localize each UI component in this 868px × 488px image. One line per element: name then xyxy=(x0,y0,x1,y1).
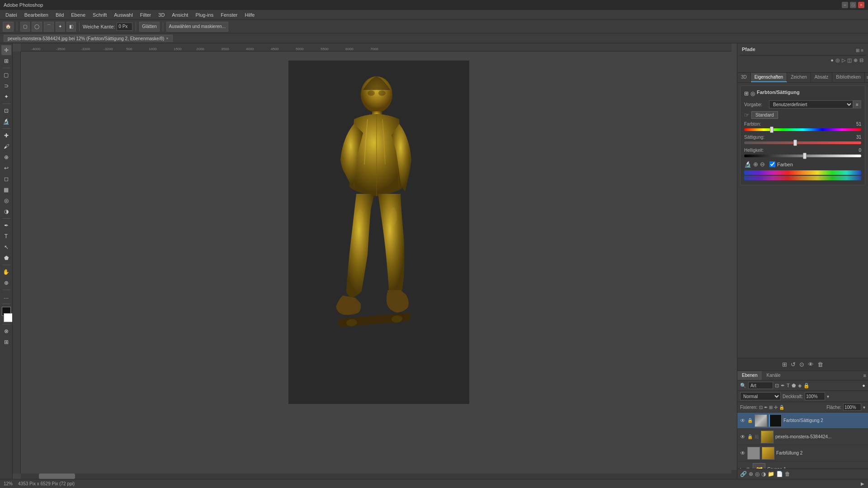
menu-datei[interactable]: Datei xyxy=(2,11,21,19)
rect-select-button[interactable]: ▢ xyxy=(20,22,30,32)
props-bottom-icon4[interactable]: 👁 xyxy=(808,361,814,368)
lock-position-icon[interactable]: ✛ xyxy=(774,405,778,410)
props-bottom-icon1[interactable]: ⊞ xyxy=(782,361,787,368)
opacity-input[interactable] xyxy=(805,392,825,400)
pfade-icon5[interactable]: ⊕ xyxy=(854,57,858,63)
layer-icon-pen[interactable]: ✒ xyxy=(781,383,785,389)
saettigung-thumb[interactable] xyxy=(793,140,797,146)
pfade-icon2[interactable]: ◎ xyxy=(835,57,840,63)
pfade-icon6[interactable]: ⊟ xyxy=(859,57,863,63)
smooth-button[interactable]: Glätten xyxy=(139,22,159,32)
maximize-button[interactable]: □ xyxy=(850,2,856,8)
layer-item[interactable]: 👁 🔒 Farbton/Sättigung 2 xyxy=(737,413,868,429)
menu-hilfe[interactable]: Hilfe xyxy=(241,11,258,19)
layer-filter-toggle[interactable]: ● xyxy=(862,383,865,388)
layer-item[interactable]: 👁 🔒 ⛓ pexels-monstera-5384424... xyxy=(737,429,868,445)
tab-zeichen[interactable]: Zeichen xyxy=(787,73,811,82)
pfade-icon4[interactable]: ◫ xyxy=(847,57,852,63)
pfade-arrange-icon[interactable]: ⊞ xyxy=(856,48,859,53)
healing-tool[interactable]: ✚ xyxy=(1,131,11,141)
lasso-button[interactable]: ⌒ xyxy=(44,22,54,32)
props-options-icon[interactable]: ≡ xyxy=(865,73,868,82)
menu-ansicht[interactable]: Ansicht xyxy=(168,11,192,19)
screen-mode-button[interactable]: ⊞ xyxy=(1,337,11,347)
zoom-tool[interactable]: ⊕ xyxy=(1,278,11,288)
close-button[interactable]: × xyxy=(858,2,864,8)
farben-checkbox[interactable] xyxy=(769,161,775,167)
layer-icon-shape[interactable]: ⬟ xyxy=(792,383,796,389)
blend-mode-select[interactable]: Normal Auflösen Abdunkeln Multiplizieren xyxy=(740,392,781,400)
layer-vis-icon[interactable]: 👁 xyxy=(740,434,745,440)
helligkeit-thumb[interactable] xyxy=(803,153,807,159)
farbton-thumb[interactable] xyxy=(770,127,774,133)
layer-item[interactable]: ▶ 👁 📁 Gruppe 1 xyxy=(737,461,868,469)
opacity-arrow[interactable]: ▾ xyxy=(827,394,829,399)
background-color[interactable] xyxy=(4,313,13,322)
magic-wand-tool[interactable]: ✦ xyxy=(1,92,11,102)
more-tools-button[interactable]: … xyxy=(1,292,11,302)
hand-tool[interactable]: ✋ xyxy=(1,267,11,277)
pfade-icon1[interactable]: ● xyxy=(830,57,834,63)
layer-icon-text[interactable]: T xyxy=(787,383,790,388)
mask-button[interactable]: Auswählen und maskieren... xyxy=(166,22,229,32)
layer-vis-icon[interactable]: 👁 xyxy=(740,450,745,456)
hs-eyedropper-minus-icon[interactable]: ⊖ xyxy=(760,161,765,168)
adjustment-layer-button[interactable]: ◑ xyxy=(761,471,766,477)
scrollbar-horizontal-thumb[interactable] xyxy=(39,474,75,479)
layers-options-icon[interactable]: ≡ xyxy=(862,371,868,380)
layer-icon-lock[interactable]: 🔒 xyxy=(803,383,810,389)
artboard-tool[interactable]: ⊞ xyxy=(1,56,11,66)
hs-eyedropper-plus-icon[interactable]: ⊕ xyxy=(753,161,758,168)
home-button[interactable]: 🏠 xyxy=(3,22,14,32)
layer-icon-pixel[interactable]: ⊡ xyxy=(775,383,779,389)
tab-eigenschaften[interactable]: Eigenschaften xyxy=(751,73,787,82)
menu-auswahl[interactable]: Auswahl xyxy=(110,11,137,19)
menu-schrift[interactable]: Schrift xyxy=(89,11,110,19)
new-layer-button[interactable]: 📄 xyxy=(776,471,783,477)
layer-icon-smart[interactable]: ◈ xyxy=(798,383,802,389)
hs-eyedropper-icon[interactable]: 🔬 xyxy=(744,161,751,168)
tab-absatz[interactable]: Absatz xyxy=(811,73,833,82)
lock-gradient-icon[interactable]: ✒ xyxy=(764,405,768,410)
link-layers-button[interactable]: 🔗 xyxy=(740,471,747,477)
props-bottom-icon3[interactable]: ⊙ xyxy=(799,361,804,368)
standard-button[interactable]: Standard xyxy=(751,111,778,119)
layer-effects-button[interactable]: ⊕ xyxy=(749,471,753,477)
dodge-tool[interactable]: ◑ xyxy=(1,206,11,216)
tab-close-icon[interactable]: × xyxy=(166,36,168,41)
fill-arrow[interactable]: ▾ xyxy=(863,405,865,410)
eyedropper-tool[interactable]: 🔬 xyxy=(1,117,11,127)
tab-bibliotheken[interactable]: Bibliotheken xyxy=(832,73,864,82)
menu-plugins[interactable]: Plug-ins xyxy=(192,11,217,19)
menu-filter[interactable]: Filter xyxy=(137,11,155,19)
new-group-button[interactable]: 📁 xyxy=(768,471,774,477)
menu-fenster[interactable]: Fenster xyxy=(217,11,241,19)
move-tool[interactable]: ✛ xyxy=(1,45,11,55)
lock-pixel-icon[interactable]: ⊡ xyxy=(759,405,763,410)
tab-3d[interactable]: 3D xyxy=(737,73,751,82)
delete-layer-button[interactable]: 🗑 xyxy=(785,471,790,477)
props-bottom-icon5[interactable]: 🗑 xyxy=(817,361,823,368)
sample-button[interactable]: ◧ xyxy=(66,22,76,32)
menu-bearbeiten[interactable]: Bearbeiten xyxy=(21,11,52,19)
pfade-icon3[interactable]: ▷ xyxy=(842,57,845,63)
lock-all-icon[interactable]: 🔒 xyxy=(779,405,784,410)
text-tool[interactable]: T xyxy=(1,231,11,241)
menu-ebene[interactable]: Ebene xyxy=(67,11,89,19)
layer-item[interactable]: 👁 Farbfüllung 2 xyxy=(737,445,868,461)
magic-button[interactable]: ✦ xyxy=(56,22,65,32)
quick-mask-button[interactable]: ⊗ xyxy=(1,326,11,336)
finger-icon[interactable]: ☞ xyxy=(744,112,750,118)
brush-tool[interactable]: 🖌 xyxy=(1,141,11,151)
layer-mask-button[interactable]: ◎ xyxy=(755,471,760,477)
pen-tool[interactable]: ✒ xyxy=(1,221,11,230)
layer-vis-icon[interactable]: 👁 xyxy=(740,418,745,424)
menu-3d[interactable]: 3D xyxy=(155,11,168,19)
scrollbar-horizontal[interactable] xyxy=(21,474,737,479)
lock-artboard-icon[interactable]: ⊞ xyxy=(769,405,773,410)
lasso-tool[interactable]: ⊃ xyxy=(1,81,11,91)
select-path-tool[interactable]: ↖ xyxy=(1,242,11,252)
layers-search-input[interactable] xyxy=(748,382,773,389)
rect-select-tool[interactable]: ▢ xyxy=(1,70,11,80)
blur-tool[interactable]: ◎ xyxy=(1,196,11,206)
